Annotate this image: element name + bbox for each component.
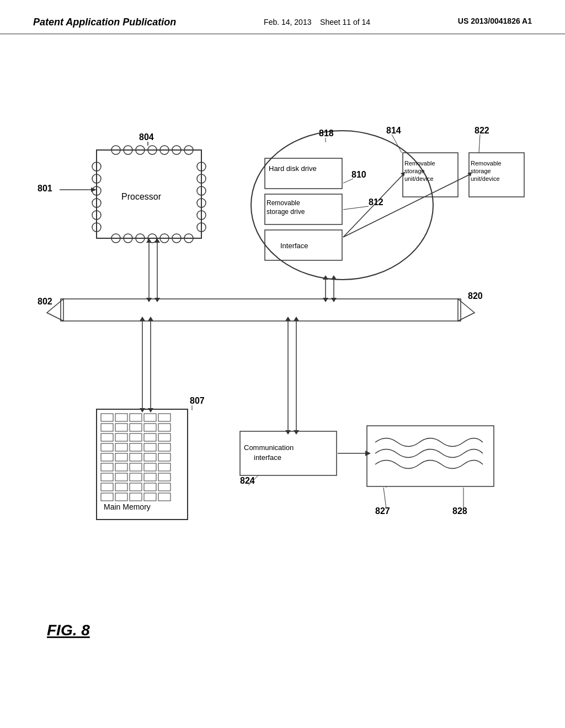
svg-rect-71 <box>144 433 156 441</box>
label-827: 827 <box>375 506 390 516</box>
svg-marker-37 <box>154 298 160 302</box>
label-824: 824 <box>240 476 255 485</box>
label-801: 801 <box>38 184 52 193</box>
svg-marker-114 <box>285 430 291 435</box>
svg-rect-70 <box>130 433 142 441</box>
label-828: 828 <box>452 506 467 516</box>
svg-rect-85 <box>130 463 142 471</box>
svg-rect-75 <box>130 443 142 451</box>
svg-marker-54 <box>323 298 328 302</box>
svg-marker-113 <box>285 317 291 321</box>
svg-line-121 <box>383 488 386 508</box>
svg-marker-34 <box>146 298 152 302</box>
svg-line-48 <box>343 175 403 237</box>
svg-rect-65 <box>130 424 142 431</box>
svg-rect-86 <box>144 463 156 471</box>
svg-marker-106 <box>140 408 145 413</box>
svg-marker-108 <box>148 317 153 321</box>
svg-marker-116 <box>294 317 299 321</box>
publication-date-sheet: Feb. 14, 2013 Sheet 11 of 14 <box>264 17 370 28</box>
label-820: 820 <box>468 291 483 301</box>
publication-number: US 2013/0041826 A1 <box>458 17 532 25</box>
svg-rect-61 <box>144 414 156 421</box>
svg-rect-80 <box>130 453 142 461</box>
network-box <box>367 426 494 486</box>
svg-rect-79 <box>115 453 127 461</box>
svg-rect-77 <box>158 443 170 451</box>
svg-rect-81 <box>144 453 156 461</box>
svg-rect-88 <box>101 473 113 481</box>
removable-storage-unit-device-1-label: Removable <box>404 160 435 167</box>
svg-rect-84 <box>115 463 127 471</box>
svg-rect-69 <box>115 433 127 441</box>
svg-rect-87 <box>158 463 170 471</box>
page: Patent Application Publication Feb. 14, … <box>0 0 565 728</box>
svg-marker-119 <box>365 451 371 456</box>
svg-line-40 <box>343 179 353 183</box>
svg-rect-96 <box>144 483 156 491</box>
svg-text:storage: storage <box>404 168 425 174</box>
removable-storage-unit-device-2-label: Removable <box>471 160 502 167</box>
publication-type: Patent Application Publication <box>33 17 176 28</box>
svg-rect-89 <box>115 473 127 481</box>
svg-rect-64 <box>115 424 127 431</box>
svg-rect-93 <box>101 483 113 491</box>
svg-rect-101 <box>144 493 156 501</box>
figure-label: FIG. 8 <box>47 622 90 639</box>
svg-text:interface: interface <box>254 453 281 462</box>
svg-rect-99 <box>115 493 127 501</box>
diagram-area: FIG. 8 801 Processor <box>0 34 565 696</box>
svg-marker-56 <box>331 275 337 280</box>
removable-storage-device-1 <box>403 153 458 197</box>
main-memory-label: Main Memory <box>104 502 151 511</box>
svg-rect-63 <box>101 424 113 431</box>
svg-marker-57 <box>331 298 337 302</box>
svg-rect-67 <box>158 424 170 431</box>
svg-rect-98 <box>101 493 113 501</box>
processor-label: Processor <box>121 192 162 201</box>
svg-rect-100 <box>130 493 142 501</box>
svg-rect-91 <box>144 473 156 481</box>
svg-rect-74 <box>115 443 127 451</box>
svg-rect-72 <box>158 433 170 441</box>
svg-rect-94 <box>115 483 127 491</box>
svg-line-50 <box>343 175 469 237</box>
svg-text:storage drive: storage drive <box>266 208 305 216</box>
svg-marker-117 <box>294 430 299 435</box>
label-804: 804 <box>139 132 154 142</box>
svg-text:unit/device: unit/device <box>404 175 434 182</box>
label-807: 807 <box>190 396 205 405</box>
svg-marker-33 <box>146 238 152 243</box>
communication-interface-label: Communication <box>244 443 294 452</box>
svg-rect-58 <box>101 414 113 421</box>
svg-marker-109 <box>148 408 153 413</box>
svg-rect-83 <box>101 463 113 471</box>
svg-rect-82 <box>158 453 170 461</box>
svg-rect-59 <box>115 414 127 421</box>
svg-rect-90 <box>130 473 142 481</box>
svg-rect-60 <box>130 414 142 421</box>
svg-rect-78 <box>101 453 113 461</box>
svg-text:storage: storage <box>471 168 491 174</box>
hard-disk-drive-label: Hard disk drive <box>269 164 317 173</box>
removable-storage-device-2 <box>469 153 524 197</box>
svg-rect-68 <box>101 433 113 441</box>
svg-marker-36 <box>154 238 160 243</box>
label-822: 822 <box>475 126 489 135</box>
label-810: 810 <box>351 170 366 179</box>
hard-disk-drive-box <box>265 158 342 189</box>
svg-line-41 <box>343 206 369 210</box>
svg-rect-66 <box>144 424 156 431</box>
page-header: Patent Application Publication Feb. 14, … <box>0 0 565 34</box>
svg-rect-73 <box>101 443 113 451</box>
figure-8-diagram: FIG. 8 801 Processor <box>0 34 565 696</box>
svg-text:unit/device: unit/device <box>471 175 500 182</box>
svg-rect-95 <box>130 483 142 491</box>
svg-rect-102 <box>158 493 170 501</box>
svg-line-45 <box>479 135 480 153</box>
svg-rect-97 <box>158 483 170 491</box>
label-814: 814 <box>386 126 401 135</box>
svg-marker-105 <box>140 317 145 321</box>
interface-label: Interface <box>280 242 308 250</box>
removable-storage-drive-label: Removable <box>266 199 300 207</box>
